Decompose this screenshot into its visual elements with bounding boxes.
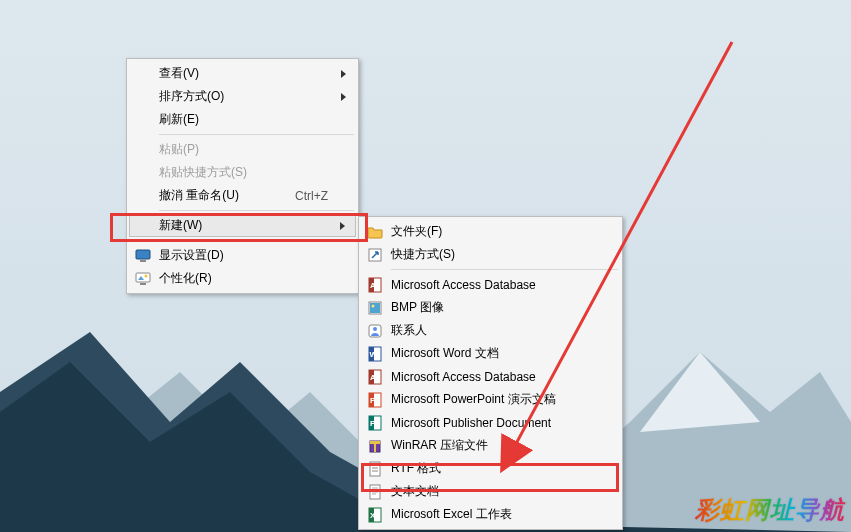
access-file-icon: A — [367, 369, 383, 385]
access-file-icon: A — [367, 277, 383, 293]
menu-separator — [391, 269, 618, 270]
submenu-item-bmp[interactable]: BMP 图像 — [361, 296, 620, 319]
svg-text:P: P — [370, 419, 376, 428]
menu-item-undo-rename[interactable]: 撤消 重命名(U) Ctrl+Z — [129, 184, 356, 207]
submenu-arrow-icon — [341, 93, 346, 101]
menu-item-label: 粘贴快捷方式(S) — [159, 164, 247, 181]
svg-point-3 — [145, 274, 148, 277]
menu-item-display-settings[interactable]: 显示设置(D) — [129, 244, 356, 267]
menu-separator — [159, 240, 354, 241]
bmp-file-icon — [367, 300, 383, 316]
menu-item-label: 文件夹(F) — [391, 223, 442, 240]
menu-item-label: Microsoft PowerPoint 演示文稿 — [391, 391, 556, 408]
submenu-item-publisher[interactable]: P Microsoft Publisher Document — [361, 411, 620, 434]
menu-item-label: Microsoft Excel 工作表 — [391, 506, 512, 523]
menu-item-refresh[interactable]: 刷新(E) — [129, 108, 356, 131]
svg-text:W: W — [370, 350, 378, 359]
submenu-item-text-document[interactable]: 文本文档 — [361, 480, 620, 503]
svg-text:X: X — [370, 511, 376, 520]
submenu-item-rtf[interactable]: RTF 格式 — [361, 457, 620, 480]
svg-rect-27 — [370, 441, 380, 444]
submenu-item-access[interactable]: A Microsoft Access Database — [361, 273, 620, 296]
svg-rect-29 — [370, 462, 380, 476]
submenu-item-word[interactable]: W Microsoft Word 文档 — [361, 342, 620, 365]
text-file-icon — [367, 484, 383, 500]
submenu-arrow-icon — [340, 222, 345, 230]
menu-item-label: 联系人 — [391, 322, 427, 339]
menu-item-label: 显示设置(D) — [159, 247, 224, 264]
menu-item-label: 查看(V) — [159, 65, 199, 82]
svg-rect-0 — [136, 250, 150, 259]
svg-text:A: A — [370, 373, 376, 382]
winrar-file-icon — [367, 438, 383, 454]
menu-item-sort[interactable]: 排序方式(O) — [129, 85, 356, 108]
svg-rect-28 — [374, 444, 376, 452]
shortcut-icon — [367, 247, 383, 263]
menu-item-label: 新建(W) — [159, 217, 202, 234]
menu-item-label: 撤消 重命名(U) — [159, 187, 239, 204]
excel-file-icon: X — [367, 507, 383, 523]
submenu-item-shortcut[interactable]: 快捷方式(S) — [361, 243, 620, 266]
personalize-icon — [135, 271, 151, 287]
svg-text:P: P — [370, 396, 376, 405]
menu-item-label: Microsoft Access Database — [391, 370, 536, 384]
contact-file-icon — [367, 323, 383, 339]
menu-item-view[interactable]: 查看(V) — [129, 62, 356, 85]
svg-point-11 — [372, 304, 375, 307]
menu-item-paste: 粘贴(P) — [129, 138, 356, 161]
submenu-item-powerpoint[interactable]: P Microsoft PowerPoint 演示文稿 — [361, 388, 620, 411]
watermark-text: 彩虹网址导航 — [695, 494, 845, 526]
menu-item-label: BMP 图像 — [391, 299, 444, 316]
desktop-context-menu: 查看(V) 排序方式(O) 刷新(E) 粘贴(P) 粘贴快捷方式(S) 撤消 重… — [126, 58, 359, 294]
menu-item-label: WinRAR 压缩文件 — [391, 437, 488, 454]
menu-item-label: Microsoft Word 文档 — [391, 345, 499, 362]
menu-item-label: 刷新(E) — [159, 111, 199, 128]
menu-item-label: RTF 格式 — [391, 460, 441, 477]
svg-rect-4 — [140, 283, 146, 285]
menu-separator — [159, 210, 354, 211]
menu-shortcut: Ctrl+Z — [295, 189, 328, 203]
menu-item-paste-shortcut: 粘贴快捷方式(S) — [129, 161, 356, 184]
word-file-icon: W — [367, 346, 383, 362]
menu-item-label: 快捷方式(S) — [391, 246, 455, 263]
menu-item-personalize[interactable]: 个性化(R) — [129, 267, 356, 290]
svg-text:A: A — [370, 281, 376, 290]
menu-item-label: 文本文档 — [391, 483, 439, 500]
submenu-item-folder[interactable]: 文件夹(F) — [361, 220, 620, 243]
svg-rect-10 — [370, 303, 380, 313]
svg-point-13 — [373, 327, 377, 331]
publisher-file-icon: P — [367, 415, 383, 431]
menu-item-label: 个性化(R) — [159, 270, 212, 287]
submenu-item-winrar[interactable]: WinRAR 压缩文件 — [361, 434, 620, 457]
menu-item-label: 粘贴(P) — [159, 141, 199, 158]
submenu-arrow-icon — [341, 70, 346, 78]
monitor-icon — [135, 248, 151, 264]
menu-item-new[interactable]: 新建(W) — [129, 214, 356, 237]
menu-separator — [159, 134, 354, 135]
menu-item-label: 排序方式(O) — [159, 88, 224, 105]
new-submenu: 文件夹(F) 快捷方式(S) A Microsoft Access Databa… — [358, 216, 623, 530]
submenu-item-excel[interactable]: X Microsoft Excel 工作表 — [361, 503, 620, 526]
submenu-item-access-2[interactable]: A Microsoft Access Database — [361, 365, 620, 388]
menu-item-label: Microsoft Access Database — [391, 278, 536, 292]
svg-rect-1 — [140, 260, 146, 262]
svg-rect-2 — [136, 273, 150, 282]
submenu-item-contact[interactable]: 联系人 — [361, 319, 620, 342]
folder-icon — [367, 224, 383, 240]
menu-item-label: Microsoft Publisher Document — [391, 416, 551, 430]
powerpoint-file-icon: P — [367, 392, 383, 408]
rtf-file-icon — [367, 461, 383, 477]
